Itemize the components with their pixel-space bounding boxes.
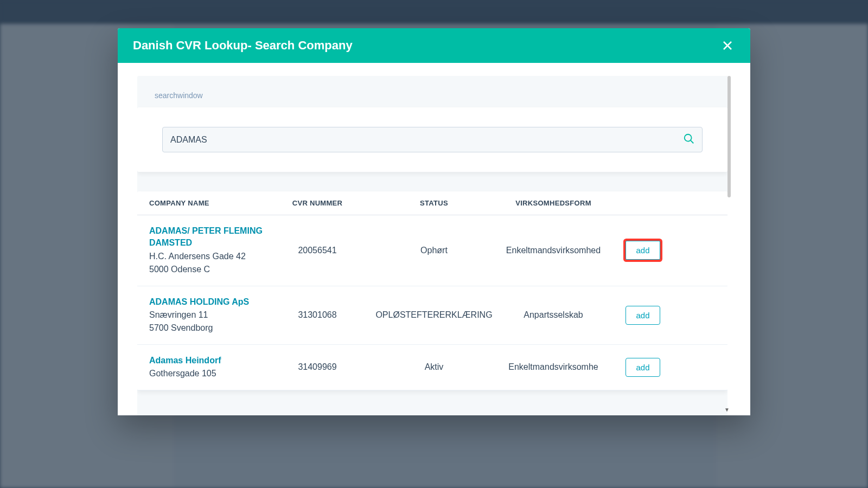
action-cell: add [610, 306, 675, 325]
modal-body: searchwindow [118, 63, 750, 415]
form-cell: Enkeltmandsvirksomhe [496, 361, 610, 373]
action-cell: add [610, 358, 675, 377]
modal-title: Danish CVR Lookup- Search Company [133, 38, 353, 53]
company-cell: ADAMAS/ PETER FLEMING DAMSTEDH.C. Anders… [149, 225, 263, 276]
scrollbar[interactable] [727, 76, 731, 197]
search-section: searchwindow [137, 76, 727, 172]
cvr-cell: 31409969 [263, 361, 372, 373]
form-cell: Enkeltmandsvirksomhed [496, 245, 610, 256]
search-icon [683, 133, 695, 145]
modal-header: Danish CVR Lookup- Search Company [118, 28, 750, 63]
col-virksomhedsform: VIRKSOMHEDSFORM [496, 199, 610, 207]
status-cell: Aktiv [372, 361, 496, 373]
company-cell: Adamas HeindorfGothersgade 105 [149, 355, 263, 380]
table-row: ADAMAS HOLDING ApSSnævringen 115700 Sven… [137, 286, 727, 345]
svg-point-0 [685, 134, 692, 141]
chevron-down-icon: ▼ [724, 407, 730, 412]
cvr-cell: 31301068 [263, 309, 372, 321]
col-company-name: COMPANY NAME [149, 199, 263, 207]
results-table: COMPANY NAME CVR NUMMER STATUS VIRKSOMHE… [137, 191, 727, 390]
company-address-line: Gothersgade 105 [149, 368, 263, 380]
table-header-row: COMPANY NAME CVR NUMMER STATUS VIRKSOMHE… [137, 191, 727, 215]
search-label: searchwindow [137, 76, 727, 107]
search-card [137, 107, 727, 172]
cvr-lookup-modal: Danish CVR Lookup- Search Company search… [118, 28, 750, 415]
close-button[interactable] [720, 38, 735, 53]
table-row: ADAMAS/ PETER FLEMING DAMSTEDH.C. Anders… [137, 215, 727, 286]
status-cell: OPLØSTEFTERERKLÆRING [372, 309, 496, 321]
close-icon [723, 41, 732, 50]
company-address-line: Snævringen 11 [149, 309, 263, 321]
status-cell: Ophørt [372, 245, 496, 256]
search-submit[interactable] [683, 133, 695, 147]
company-address-line: H.C. Andersens Gade 42 [149, 251, 263, 262]
search-input-wrapper [162, 127, 703, 152]
company-address-line: 5700 Svendborg [149, 322, 263, 334]
company-cell: ADAMAS HOLDING ApSSnævringen 115700 Sven… [149, 296, 263, 335]
company-link[interactable]: Adamas Heindorf [149, 356, 221, 365]
cvr-cell: 20056541 [263, 245, 372, 256]
modal-overlay: Danish CVR Lookup- Search Company search… [0, 0, 868, 488]
action-cell: add [610, 241, 675, 260]
add-button[interactable]: add [626, 358, 660, 377]
col-cvr-nummer: CVR NUMMER [263, 199, 372, 207]
company-address-line: 5000 Odense C [149, 264, 263, 275]
add-button[interactable]: add [626, 241, 660, 260]
add-button[interactable]: add [626, 306, 660, 325]
company-link[interactable]: ADAMAS HOLDING ApS [149, 297, 249, 306]
form-cell: Anpartsselskab [496, 309, 610, 321]
table-row: Adamas HeindorfGothersgade 10531409969Ak… [137, 345, 727, 390]
company-link[interactable]: ADAMAS/ PETER FLEMING DAMSTED [149, 226, 263, 247]
col-status: STATUS [372, 199, 496, 207]
modal-inner-content: searchwindow [137, 76, 727, 415]
search-input[interactable] [162, 127, 703, 152]
